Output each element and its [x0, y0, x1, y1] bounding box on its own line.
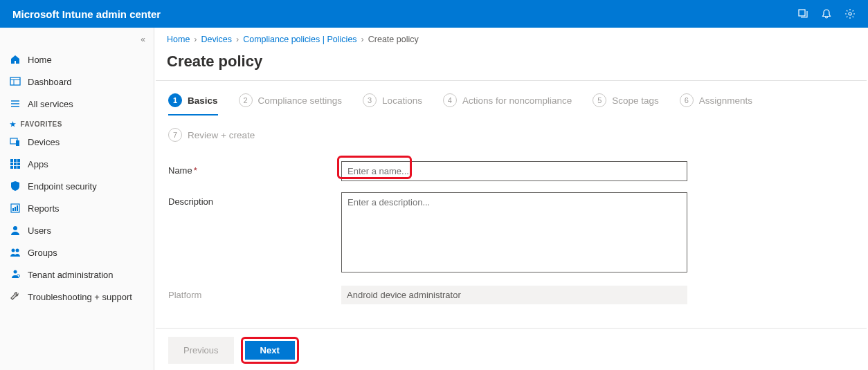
sidebar-label: Devices: [28, 137, 60, 147]
sidebar-item-users[interactable]: Users: [0, 219, 154, 241]
breadcrumb-current: Create policy: [368, 35, 419, 44]
wizard-step-assignments[interactable]: 6 Assignments: [680, 93, 752, 107]
breadcrumb: Home › Devices › Compliance policies | P…: [154, 28, 868, 48]
chevron-right-icon: ›: [361, 35, 364, 44]
feedback-icon[interactable]: [797, 8, 808, 19]
app-title: Microsoft Intune admin center: [12, 8, 161, 20]
chevron-right-icon: ›: [236, 35, 239, 44]
footer-bar: Previous Next: [156, 328, 867, 370]
name-label: Name*: [168, 161, 341, 176]
list-icon: [10, 98, 21, 109]
sidebar-label: Tenant administration: [28, 270, 114, 280]
sidebar-label: Users: [28, 225, 51, 236]
wizard-step-review[interactable]: 7 Review + create: [168, 128, 255, 142]
description-input[interactable]: [341, 192, 687, 272]
star-icon: ★: [10, 120, 17, 128]
svg-rect-22: [17, 205, 18, 211]
wizard-steps: 1 Basics 2 Compliance settings 3 Locatio…: [156, 81, 867, 149]
sidebar: « Home Dashboard All services ★ FAVORITE…: [0, 28, 154, 370]
sidebar-label: Endpoint security: [28, 181, 97, 192]
sidebar-label: Home: [28, 55, 52, 65]
user-icon: [10, 225, 21, 236]
breadcrumb-home[interactable]: Home: [167, 35, 190, 44]
sidebar-label: Groups: [28, 248, 57, 258]
reports-icon: [10, 203, 21, 214]
platform-label: Platform: [168, 286, 341, 300]
wizard-step-basics[interactable]: 1 Basics: [168, 93, 218, 115]
svg-rect-12: [17, 159, 20, 162]
breadcrumb-devices[interactable]: Devices: [201, 35, 232, 44]
main-content: Home › Devices › Compliance policies | P…: [154, 28, 868, 370]
chevron-right-icon: ›: [194, 35, 197, 44]
svg-rect-2: [10, 77, 20, 85]
dashboard-icon: [10, 76, 21, 87]
platform-value: Android device administrator: [341, 286, 687, 304]
breadcrumb-compliance[interactable]: Compliance policies | Policies: [243, 35, 356, 44]
svg-rect-16: [10, 166, 13, 169]
description-label: Description: [168, 192, 341, 207]
wizard-step-scope-tags[interactable]: 5 Scope tags: [593, 93, 659, 107]
shield-icon: [10, 181, 21, 192]
sidebar-label: All services: [28, 99, 73, 109]
sidebar-collapse-icon[interactable]: «: [0, 30, 154, 48]
sidebar-item-reports[interactable]: Reports: [0, 197, 154, 219]
svg-rect-0: [799, 10, 805, 16]
wizard-step-compliance-settings[interactable]: 2 Compliance settings: [239, 93, 343, 107]
sidebar-label: Troubleshooting + support: [28, 292, 132, 302]
sidebar-label: Reports: [28, 203, 60, 214]
name-input[interactable]: [341, 161, 687, 181]
svg-rect-17: [14, 166, 17, 169]
page-title: Create policy: [154, 48, 868, 80]
svg-rect-20: [12, 208, 14, 211]
groups-icon: [10, 247, 21, 258]
svg-rect-18: [17, 166, 20, 169]
sidebar-label: Apps: [28, 159, 48, 169]
required-indicator: *: [194, 165, 197, 176]
sidebar-item-all-services[interactable]: All services: [0, 93, 154, 115]
wrench-icon: [10, 291, 21, 302]
home-icon: [10, 54, 21, 65]
sidebar-item-endpoint-security[interactable]: Endpoint security: [0, 175, 154, 197]
sidebar-item-tenant-admin[interactable]: Tenant administration: [0, 263, 154, 286]
svg-rect-14: [14, 163, 17, 165]
svg-point-26: [14, 270, 17, 274]
svg-point-25: [16, 249, 19, 252]
tenant-icon: [10, 269, 21, 280]
sidebar-label: Dashboard: [28, 77, 72, 87]
next-button[interactable]: Next: [245, 341, 295, 360]
svg-rect-13: [10, 163, 13, 165]
devices-icon: [10, 136, 21, 147]
sidebar-item-groups[interactable]: Groups: [0, 241, 154, 263]
sidebar-item-home[interactable]: Home: [0, 48, 154, 71]
svg-rect-21: [15, 207, 16, 211]
svg-point-1: [849, 12, 851, 15]
wizard-step-actions[interactable]: 4 Actions for noncompliance: [443, 93, 572, 107]
sidebar-item-troubleshooting[interactable]: Troubleshooting + support: [0, 286, 154, 308]
apps-icon: [10, 158, 21, 169]
svg-point-24: [12, 249, 15, 252]
svg-rect-10: [10, 159, 13, 162]
highlight-annotation: Next: [241, 337, 299, 364]
svg-rect-15: [17, 163, 20, 165]
notification-icon[interactable]: [821, 8, 832, 19]
top-bar: Microsoft Intune admin center: [0, 0, 868, 28]
svg-rect-11: [14, 159, 17, 162]
svg-point-23: [13, 226, 17, 230]
sidebar-item-dashboard[interactable]: Dashboard: [0, 71, 154, 93]
settings-icon[interactable]: [844, 8, 856, 19]
favorites-header: ★ FAVORITES: [0, 115, 154, 131]
sidebar-item-apps[interactable]: Apps: [0, 153, 154, 175]
previous-button[interactable]: Previous: [168, 337, 234, 364]
sidebar-item-devices[interactable]: Devices: [0, 131, 154, 153]
svg-rect-9: [16, 140, 19, 146]
wizard-step-locations[interactable]: 3 Locations: [363, 93, 422, 107]
